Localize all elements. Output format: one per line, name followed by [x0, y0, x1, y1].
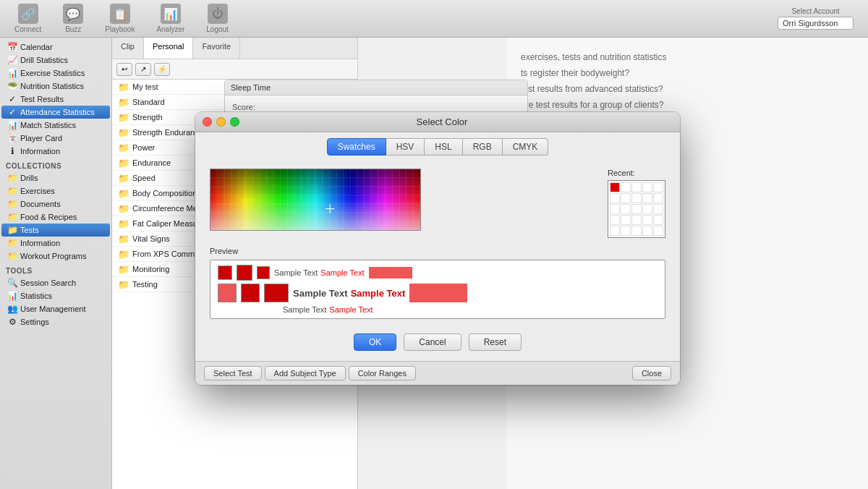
score-row: Score:: [232, 103, 520, 111]
recent-cell-18[interactable]: [642, 215, 652, 225]
add-subject-type-button[interactable]: Add Subject Type: [265, 366, 346, 380]
tab-favorite[interactable]: Favorite: [193, 38, 240, 59]
recent-cell-20[interactable]: [610, 226, 620, 236]
close-dialog-button[interactable]: Close: [632, 366, 671, 380]
dialog-title: Select Color: [211, 116, 673, 127]
sidebar-item-settings[interactable]: ⚙ Settings: [1, 315, 110, 328]
recent-cell-14[interactable]: [653, 204, 663, 214]
sidebar-item-documents[interactable]: 📁 Documents: [1, 197, 110, 211]
sidebar-item-player-card[interactable]: 🃏 Player Card: [1, 132, 110, 145]
recent-cell-23[interactable]: [642, 226, 652, 236]
recent-cell-15[interactable]: [610, 215, 620, 225]
sidebar-item-food-recipes[interactable]: 📁 Food & Recipes: [1, 211, 110, 224]
recent-cell-red[interactable]: [610, 182, 620, 192]
sidebar-item-label: Attendance Statistics: [20, 108, 95, 116]
playbook-icon: 📋: [110, 4, 130, 24]
ok-button[interactable]: OK: [354, 333, 396, 351]
preview-sample-3: Sample Text: [293, 288, 348, 299]
logout-label: Logout: [206, 25, 229, 33]
toolbar-analyzer[interactable]: 📊 Analyzer: [156, 4, 184, 33]
item-label: Fat Caliper Measu...: [132, 219, 204, 228]
folder-icon: 📁: [118, 127, 128, 137]
recent-cell-9[interactable]: [653, 193, 663, 203]
recent-cell-10[interactable]: [610, 204, 620, 214]
toolbar-btn-back[interactable]: ↩: [116, 63, 132, 76]
sidebar-item-exercise-stats[interactable]: 📊 Exercise Statistics: [1, 67, 110, 80]
item-label: Testing: [132, 280, 158, 289]
color-ranges-button[interactable]: Color Ranges: [349, 366, 416, 380]
recent-cell-8[interactable]: [642, 193, 652, 203]
sidebar-item-test-results[interactable]: ✓ Test Results: [1, 93, 110, 106]
sidebar-item-match-stats[interactable]: 📊 Match Statistics: [1, 119, 110, 132]
preview-swatch-sm-3: [257, 266, 270, 279]
sidebar-item-nutrition-stats[interactable]: 🥗 Nutrition Statistics: [1, 80, 110, 93]
session-search-icon: 🔍: [7, 278, 17, 288]
recent-cell-1[interactable]: [621, 182, 631, 192]
recent-cell-19[interactable]: [653, 215, 663, 225]
item-label: Standard: [132, 98, 165, 106]
recent-cell-22[interactable]: [631, 226, 642, 236]
drills-folder-icon: 📁: [7, 173, 17, 183]
tab-clip[interactable]: Clip: [112, 38, 144, 59]
toolbar-logout[interactable]: ⏻ Logout: [206, 4, 229, 33]
folder-icon: 📁: [118, 188, 128, 198]
recent-cell-24[interactable]: [653, 226, 663, 236]
toolbar-playbook[interactable]: 📋 Playbook: [105, 4, 135, 33]
cancel-button[interactable]: Cancel: [404, 333, 461, 351]
select-test-button[interactable]: Select Test: [204, 366, 262, 380]
recent-cell-17[interactable]: [631, 215, 642, 225]
sidebar-item-information[interactable]: ℹ Information: [1, 145, 110, 158]
sidebar-item-user-management[interactable]: 👥 User Management: [1, 302, 110, 315]
recent-cell-12[interactable]: [631, 204, 642, 214]
tab-hsl[interactable]: HSL: [425, 138, 462, 156]
sidebar-item-session-search[interactable]: 🔍 Session Search: [1, 276, 110, 289]
recent-cell-6[interactable]: [621, 193, 631, 203]
recent-cell-11[interactable]: [621, 204, 631, 214]
sidebar-item-drills[interactable]: 📁 Drills: [1, 171, 110, 184]
swatch-canvas[interactable]: [210, 169, 421, 231]
recent-cell-2[interactable]: [631, 182, 642, 192]
sidebar-item-workout-programs[interactable]: 📁 Workout Programs: [1, 250, 110, 263]
sidebar-item-label: Drills: [20, 174, 38, 182]
swatches-grid[interactable]: [210, 169, 593, 231]
toolbar-buzz[interactable]: 💬 Buzz: [63, 4, 83, 33]
preview-sample-4: Sample Text: [351, 288, 406, 299]
toolbar-btn-export[interactable]: ↗: [135, 63, 151, 76]
recent-cell-21[interactable]: [621, 226, 631, 236]
reset-button[interactable]: Reset: [469, 333, 522, 351]
test-results-icon: ✓: [7, 94, 17, 104]
sidebar-item-tests[interactable]: 📁 Tests: [1, 224, 110, 237]
folder-icon: 📁: [118, 112, 128, 122]
sidebar-item-drill-stats[interactable]: 📈 Drill Statistics: [1, 54, 110, 67]
dialog-body: Recent:: [195, 161, 680, 326]
tab-rgb[interactable]: RGB: [463, 138, 503, 156]
info-line-4: are test results for a group of clients?: [521, 100, 854, 110]
tab-cmyk[interactable]: CMYK: [503, 138, 549, 156]
sidebar-item-information-coll[interactable]: 📁 Information: [1, 237, 110, 250]
recent-cell-3[interactable]: [642, 182, 652, 192]
toolbar-connect[interactable]: 🔗 Connect: [14, 4, 41, 33]
recent-cell-13[interactable]: [642, 204, 652, 214]
sidebar-item-statistics[interactable]: 📊 Statistics: [1, 289, 110, 302]
dialog-bottom-toolbar: Select Test Add Subject Type Color Range…: [195, 361, 680, 385]
recent-cell-4[interactable]: [653, 182, 663, 192]
item-label: Strength: [132, 113, 163, 122]
score-label: Score:: [232, 103, 255, 111]
tab-hsv[interactable]: HSV: [386, 138, 425, 156]
top-toolbar: 🔗 Connect 💬 Buzz 📋 Playbook 📊 Analyzer ⏻…: [0, 0, 868, 38]
sidebar-item-calendar[interactable]: 📅 Calendar: [1, 41, 110, 54]
recent-cell-7[interactable]: [631, 193, 642, 203]
sidebar-item-exercises[interactable]: 📁 Exercises: [1, 184, 110, 197]
preview-box: Sample Text Sample Text Sample Text Samp…: [210, 260, 665, 319]
tab-swatches[interactable]: Swatches: [327, 138, 386, 156]
recent-cell-16[interactable]: [621, 215, 631, 225]
sleep-panel-header: Sleep Time: [225, 80, 527, 95]
dialog-titlebar: Select Color: [195, 112, 680, 132]
toolbar-btn-action[interactable]: ⚡: [154, 63, 170, 76]
recent-cell-5[interactable]: [610, 193, 620, 203]
sidebar-item-attendance-stats[interactable]: ✓ Attendance Statistics: [1, 106, 110, 119]
preview-text-row-1: Sample Text Sample Text: [274, 268, 365, 277]
item-label: Circumference Me...: [132, 204, 204, 213]
account-select[interactable]: Orri Sigurdsson: [778, 17, 854, 30]
tab-personal[interactable]: Personal: [144, 38, 193, 59]
